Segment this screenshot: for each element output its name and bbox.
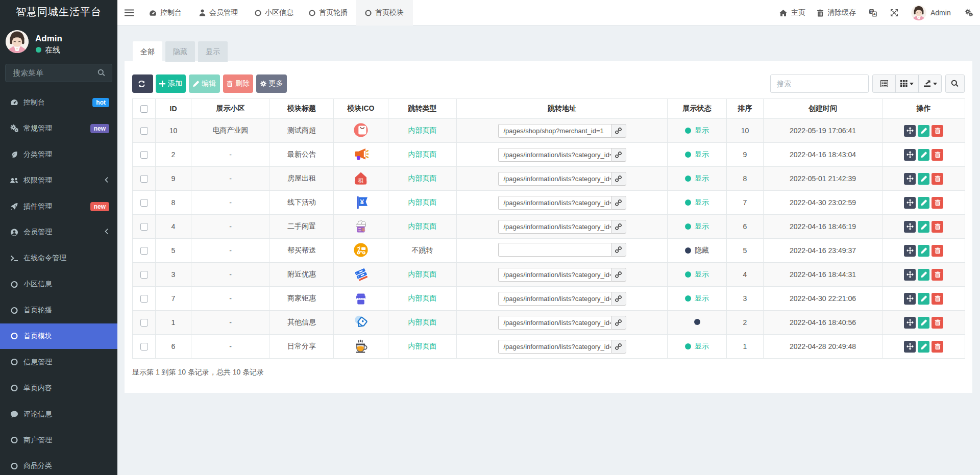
svg-text:租: 租: [357, 177, 364, 183]
svg-text:手: 手: [361, 227, 366, 232]
svg-text:A: A: [873, 12, 876, 16]
svg-text:¥: ¥: [360, 197, 364, 205]
